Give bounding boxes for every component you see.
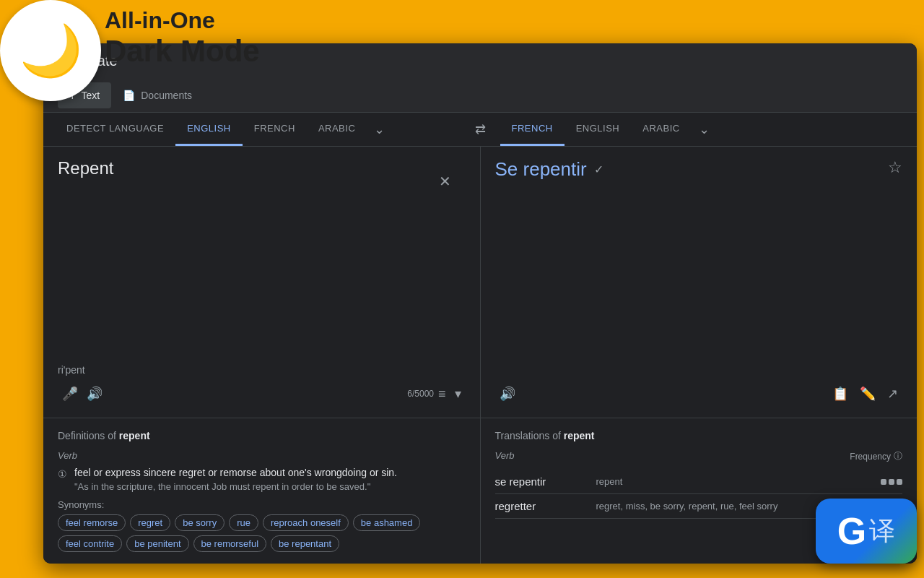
google-g-letter: G <box>837 509 866 553</box>
freq-dot-1 <box>881 479 886 485</box>
lang-detect[interactable]: DETECT LANGUAGE <box>55 113 175 146</box>
verify-icon: ✓ <box>594 163 603 176</box>
clear-button[interactable]: ✕ <box>439 173 451 190</box>
lang-english-source[interactable]: ENGLISH <box>175 113 243 146</box>
source-phonetic: ri'pent <box>58 364 466 376</box>
translations-word: repent <box>564 430 595 441</box>
more-options-button[interactable]: ▾ <box>450 381 466 406</box>
browser-window: Translate T Text 📄 Documents DETECT LANG… <box>43 43 917 564</box>
frequency-label: Frequency ⓘ <box>850 450 902 462</box>
freq-dots-repentir <box>881 479 902 485</box>
definitions-panel: Definitions of repent Verb ① feel or exp… <box>43 418 481 564</box>
swap-languages-button[interactable]: ⇄ <box>461 114 500 144</box>
target-translation: Se repentir ✓ <box>495 158 603 181</box>
extension-title: All-in-One Dark Mode <box>101 0 260 69</box>
definitions-heading: Definitions of repent <box>58 430 466 441</box>
frequency-info-icon: ⓘ <box>894 450 902 462</box>
char-count: 6/5000 <box>407 389 434 399</box>
source-actions: 🎤 🔊 6/5000 ≡ ▾ <box>58 381 466 406</box>
definition-example: "As in the scripture, the innocent Job m… <box>74 481 397 492</box>
synonym-be-repentant[interactable]: be repentant <box>271 535 339 552</box>
target-panel: Se repentir ✓ ☆ 🔊 📋 ✏️ ↗ <box>481 147 918 418</box>
edit-button[interactable]: ✏️ <box>855 381 880 406</box>
language-selector-row: DETECT LANGUAGE ENGLISH FRENCH ARABIC ⌄ … <box>43 113 917 147</box>
definitions-word: repent <box>119 430 150 441</box>
definition-number: ① <box>58 468 67 492</box>
synonym-reproach-oneself[interactable]: reproach oneself <box>263 514 349 531</box>
synonym-feel-contrite[interactable]: feel contrite <box>58 535 122 552</box>
translated-text: Se repentir <box>495 158 587 181</box>
lang-arabic-target[interactable]: ARABIC <box>631 113 691 146</box>
translation-row-repentir: se repentir repent <box>495 470 903 494</box>
definitions-section: Definitions of repent Verb ① feel or exp… <box>43 418 917 564</box>
target-lang-panel: FRENCH ENGLISH ARABIC ⌄ <box>500 113 906 146</box>
synonym-rue[interactable]: rue <box>229 514 258 531</box>
synonym-be-penitent[interactable]: be penitent <box>126 535 188 552</box>
copy-button[interactable]: 📋 <box>828 381 853 406</box>
translations-table-header: Verb Frequency ⓘ <box>495 450 903 462</box>
translations-pos: Verb <box>495 450 850 462</box>
source-text-input[interactable]: Repent <box>58 158 466 361</box>
synonym-tags: feel remorse regret be sorry rue reproac… <box>58 514 466 552</box>
source-panel: Repent ✕ ri'pent 🎤 🔊 6/5000 ≡ ▾ <box>43 147 481 418</box>
main-content: DETECT LANGUAGE ENGLISH FRENCH ARABIC ⌄ … <box>43 113 917 564</box>
lang-english-target[interactable]: ENGLISH <box>565 113 632 146</box>
star-button[interactable]: ☆ <box>888 158 902 177</box>
lang-arabic-source[interactable]: ARABIC <box>307 113 367 146</box>
trans-word-repentir[interactable]: se repentir <box>495 475 596 488</box>
mic-button[interactable]: 🎤 <box>58 381 82 406</box>
target-actions-right: 📋 ✏️ ↗ <box>828 381 902 406</box>
synonyms-label: Synonyms: <box>58 499 466 510</box>
synonym-be-remorseful[interactable]: be remorseful <box>193 535 266 552</box>
translation-area: Repent ✕ ri'pent 🎤 🔊 6/5000 ≡ ▾ Se repen… <box>43 147 917 418</box>
definition-content: feel or express sincere regret or remors… <box>74 467 397 492</box>
definition-text: feel or express sincere regret or remors… <box>74 467 397 478</box>
synonym-be-sorry[interactable]: be sorry <box>175 514 225 531</box>
source-input-wrapper: Repent ✕ <box>58 158 466 361</box>
definition-item: ① feel or express sincere regret or remo… <box>58 467 466 492</box>
freq-dot-3 <box>897 479 902 485</box>
speaker-button[interactable]: 🔊 <box>82 381 107 406</box>
target-actions: 🔊 📋 ✏️ ↗ <box>495 381 903 406</box>
translate-icon: 译 <box>869 514 895 549</box>
target-lang-chevron[interactable]: ⌄ <box>692 114 717 144</box>
moon-icon: 🌙 <box>19 21 82 80</box>
source-lang-chevron[interactable]: ⌄ <box>367 114 392 144</box>
source-lang-panel: DETECT LANGUAGE ENGLISH FRENCH ARABIC ⌄ <box>55 113 461 146</box>
extension-overlay: 🌙 All-in-One Dark Mode <box>0 0 260 101</box>
definitions-pos: Verb <box>58 450 466 461</box>
synonym-regret[interactable]: regret <box>130 514 170 531</box>
target-speaker-button[interactable]: 🔊 <box>495 381 520 406</box>
text-format-button[interactable]: ≡ <box>434 382 450 406</box>
trans-word-regretter[interactable]: regretter <box>495 500 596 512</box>
extension-title-line1: All-in-One <box>105 7 260 34</box>
translations-heading: Translations of repent <box>495 430 903 441</box>
google-translate-badge: G 译 <box>816 499 917 564</box>
share-button[interactable]: ↗ <box>883 381 902 406</box>
lang-french-source[interactable]: FRENCH <box>243 113 307 146</box>
synonym-be-ashamed[interactable]: be ashamed <box>353 514 421 531</box>
extension-icon: 🌙 <box>0 0 101 101</box>
freq-dot-2 <box>889 479 894 485</box>
synonym-feel-remorse[interactable]: feel remorse <box>58 514 126 531</box>
extension-title-line2: Dark Mode <box>105 34 260 69</box>
lang-french-target[interactable]: FRENCH <box>500 113 565 146</box>
trans-meanings-repentir: repent <box>596 476 881 487</box>
